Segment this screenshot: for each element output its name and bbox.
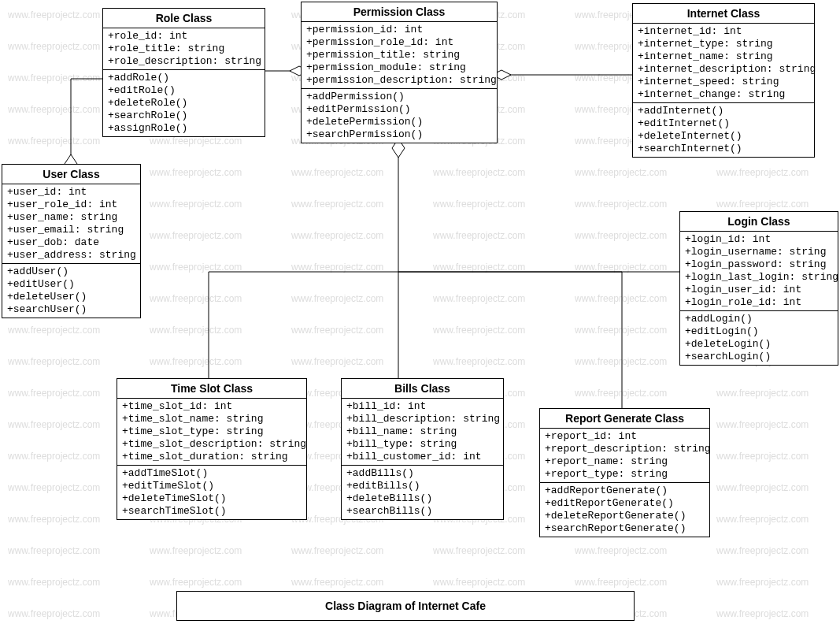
- class-member: +searchUser(): [7, 303, 135, 316]
- class-ops-role: +addRole()+editRole()+deleteRole()+searc…: [103, 70, 265, 136]
- class-member: +permission_title: string: [306, 49, 492, 61]
- class-member: +login_last_login: string: [685, 271, 833, 284]
- class-box-report: Report Generate Class +report_id: int+re…: [539, 408, 710, 537]
- class-member: +report_description: string: [545, 443, 705, 455]
- class-member: +deleteUser(): [7, 291, 135, 303]
- class-member: +searchRole(): [108, 110, 260, 122]
- class-member: +internet_description: string: [638, 63, 809, 76]
- class-member: +searchBills(): [346, 505, 498, 518]
- class-member: +report_type: string: [545, 468, 705, 481]
- class-member: +editInternet(): [638, 117, 809, 130]
- class-member: +permission_id: int: [306, 24, 492, 36]
- class-title-login: Login Class: [680, 212, 838, 232]
- class-member: +bill_id: int: [346, 400, 498, 413]
- class-ops-login: +addLogin()+editLogin()+deleteLogin()+se…: [680, 311, 838, 365]
- class-title-bills: Bills Class: [342, 379, 503, 399]
- class-member: +role_description: string: [108, 55, 260, 68]
- class-member: +internet_change: string: [638, 88, 809, 101]
- class-ops-bills: +addBills()+editBills()+deleteBills()+se…: [342, 466, 503, 519]
- class-member: +user_address: string: [7, 249, 135, 262]
- class-member: +role_id: int: [108, 30, 260, 43]
- class-member: +addPermission(): [306, 91, 492, 103]
- class-member: +login_password: string: [685, 258, 833, 271]
- class-member: +editRole(): [108, 84, 260, 97]
- class-attrs-login: +login_id: int+login_username: string+lo…: [680, 232, 838, 311]
- class-member: +internet_type: string: [638, 38, 809, 50]
- class-member: +editUser(): [7, 278, 135, 291]
- class-member: +editPermission(): [306, 103, 492, 116]
- class-box-user: User Class +user_id: int+user_role_id: i…: [2, 164, 141, 318]
- class-member: +bill_name: string: [346, 425, 498, 438]
- class-attrs-bills: +bill_id: int+bill_description: string+b…: [342, 399, 503, 466]
- class-member: +role_title: string: [108, 43, 260, 55]
- class-member: +user_name: string: [7, 211, 135, 224]
- class-member: +editLogin(): [685, 325, 833, 338]
- class-member: +login_role_id: int: [685, 296, 833, 309]
- class-attrs-timeslot: +time_slot_id: int+time_slot_name: strin…: [117, 399, 306, 466]
- class-ops-permission: +addPermission()+editPermission()+delete…: [302, 89, 497, 143]
- class-ops-user: +addUser()+editUser()+deleteUser()+searc…: [2, 264, 140, 318]
- class-attrs-role: +role_id: int+role_title: string+role_de…: [103, 28, 265, 70]
- class-member: +login_id: int: [685, 233, 833, 246]
- class-box-login: Login Class +login_id: int+login_usernam…: [679, 211, 838, 366]
- class-member: +user_id: int: [7, 186, 135, 199]
- class-ops-timeslot: +addTimeSlot()+editTimeSlot()+deleteTime…: [117, 466, 306, 519]
- class-member: +time_slot_name: string: [122, 413, 302, 425]
- class-attrs-permission: +permission_id: int+permission_role_id: …: [302, 22, 497, 89]
- class-attrs-user: +user_id: int+user_role_id: int+user_nam…: [2, 184, 140, 264]
- class-member: +time_slot_duration: string: [122, 451, 302, 463]
- class-member: +assignRole(): [108, 122, 260, 135]
- class-member: +time_slot_type: string: [122, 425, 302, 438]
- class-member: +report_id: int: [545, 430, 705, 443]
- class-member: +searchPermission(): [306, 128, 492, 141]
- class-title-report: Report Generate Class: [540, 409, 709, 429]
- class-member: +addBills(): [346, 467, 498, 480]
- class-member: +bill_description: string: [346, 413, 498, 425]
- class-member: +report_name: string: [545, 455, 705, 468]
- class-member: +permission_description: string: [306, 74, 492, 87]
- class-member: +addInternet(): [638, 105, 809, 117]
- class-member: +editBills(): [346, 480, 498, 492]
- class-member: +searchTimeSlot(): [122, 505, 302, 518]
- class-member: +addRole(): [108, 72, 260, 84]
- class-box-timeslot: Time Slot Class +time_slot_id: int+time_…: [117, 378, 307, 520]
- class-title-permission: Permission Class: [302, 2, 497, 22]
- class-member: +permission_role_id: int: [306, 36, 492, 49]
- class-member: +deleteLogin(): [685, 338, 833, 351]
- class-member: +addLogin(): [685, 313, 833, 325]
- class-member: +addReportGenerate(): [545, 485, 705, 497]
- class-member: +searchInternet(): [638, 143, 809, 155]
- class-member: +addTimeSlot(): [122, 467, 302, 480]
- diagram-title: Class Diagram of Internet Cafe: [176, 591, 635, 621]
- class-member: +searchLogin(): [685, 351, 833, 363]
- class-member: +time_slot_description: string: [122, 438, 302, 451]
- class-box-internet: Internet Class +internet_id: int+interne…: [632, 3, 815, 158]
- class-member: +deleteRole(): [108, 97, 260, 110]
- class-member: +user_dob: date: [7, 236, 135, 249]
- class-member: +internet_speed: string: [638, 76, 809, 88]
- class-member: +deleteInternet(): [638, 130, 809, 143]
- class-title-role: Role Class: [103, 9, 265, 28]
- class-ops-internet: +addInternet()+editInternet()+deleteInte…: [633, 103, 814, 157]
- class-box-permission: Permission Class +permission_id: int+per…: [301, 2, 498, 143]
- class-title-internet: Internet Class: [633, 4, 814, 24]
- class-member: +internet_id: int: [638, 25, 809, 38]
- class-member: +deleteBills(): [346, 492, 498, 505]
- class-member: +deletePermission(): [306, 116, 492, 128]
- class-member: +editTimeSlot(): [122, 480, 302, 492]
- class-member: +deleteReportGenerate(): [545, 510, 705, 522]
- class-member: +user_role_id: int: [7, 199, 135, 211]
- class-attrs-internet: +internet_id: int+internet_type: string+…: [633, 24, 814, 103]
- class-box-role: Role Class +role_id: int+role_title: str…: [102, 8, 265, 137]
- class-member: +time_slot_id: int: [122, 400, 302, 413]
- class-box-bills: Bills Class +bill_id: int+bill_descripti…: [341, 378, 504, 520]
- class-member: +addUser(): [7, 266, 135, 278]
- class-member: +user_email: string: [7, 224, 135, 236]
- class-member: +editReportGenerate(): [545, 497, 705, 510]
- class-member: +login_user_id: int: [685, 284, 833, 296]
- class-title-user: User Class: [2, 165, 140, 184]
- class-member: +deleteTimeSlot(): [122, 492, 302, 505]
- class-title-timeslot: Time Slot Class: [117, 379, 306, 399]
- class-member: +searchReportGenerate(): [545, 522, 705, 535]
- class-member: +internet_name: string: [638, 50, 809, 63]
